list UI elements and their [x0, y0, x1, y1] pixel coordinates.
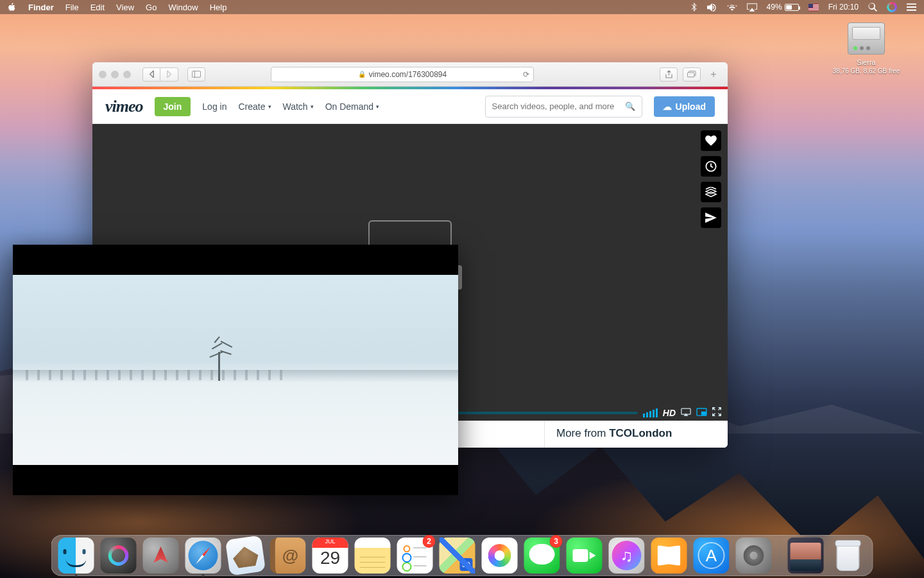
dock-maps[interactable]: 3D [440, 538, 475, 574]
menu-go[interactable]: Go [146, 3, 157, 12]
search-icon[interactable]: 🔍 [625, 101, 635, 111]
create-menu[interactable]: Create▾ [238, 101, 271, 112]
dock-downloads[interactable] [788, 538, 824, 574]
battery-icon [785, 4, 799, 11]
reminders-badge: 2 [423, 535, 436, 548]
dock-photos[interactable] [482, 538, 518, 574]
close-button[interactable] [99, 71, 107, 78]
dock-reminders[interactable]: 2 [397, 538, 433, 574]
menu-view[interactable]: View [116, 3, 134, 12]
reload-icon[interactable]: ⟳ [523, 70, 529, 79]
notification-center-icon[interactable] [907, 3, 916, 11]
menubar-app-name[interactable]: Finder [28, 3, 54, 12]
calendar-day: 29 [312, 548, 348, 568]
window-controls [99, 71, 131, 78]
ondemand-menu[interactable]: On Demand▾ [325, 101, 379, 112]
volume-icon[interactable] [707, 3, 717, 12]
desktop-disk[interactable]: Sierra 38,76 GB, 8,62 GB free [828, 22, 905, 74]
dock-appstore[interactable] [694, 538, 730, 574]
pip-video-content [13, 275, 458, 465]
disk-icon [848, 22, 885, 55]
airplay-control-icon[interactable] [681, 407, 691, 419]
dock-contacts[interactable] [270, 538, 306, 574]
pip-tree [200, 336, 238, 381]
watch-later-button[interactable] [701, 156, 721, 177]
dock-messages[interactable]: 3 [524, 538, 560, 574]
sidebar-button[interactable] [187, 67, 205, 82]
svg-rect-7 [702, 412, 706, 416]
menubar-clock[interactable]: Fri 20:10 [828, 3, 859, 12]
video-side-actions [701, 130, 721, 228]
chevron-down-icon: ▾ [376, 103, 379, 110]
menu-help[interactable]: Help [210, 3, 227, 12]
wifi-icon[interactable] [727, 3, 737, 11]
new-tab-button[interactable]: + [706, 67, 721, 82]
tabs-button[interactable] [683, 67, 701, 82]
dock-launchpad[interactable] [143, 538, 179, 574]
more-from-panel: More from TCOLondon [545, 421, 728, 448]
hd-badge[interactable]: HD [663, 408, 676, 418]
siri-menubar-icon[interactable] [887, 2, 897, 12]
safari-toolbar: 🔒 vimeo.com/176300894 ⟳ + [92, 62, 728, 87]
pip-control-icon[interactable] [696, 407, 707, 419]
apple-menu-icon[interactable] [8, 3, 17, 12]
dock-safari[interactable] [185, 538, 221, 574]
disk-info: 38,76 GB, 8,62 GB free [828, 67, 905, 74]
dock-facetime[interactable] [567, 538, 603, 574]
dock-siri[interactable] [101, 538, 137, 574]
airplay-icon[interactable] [747, 3, 757, 12]
dock-itunes[interactable] [609, 538, 645, 574]
menu-edit[interactable]: Edit [90, 3, 105, 12]
nav-buttons [142, 67, 178, 82]
messages-badge: 3 [550, 535, 563, 548]
watch-menu[interactable]: Watch▾ [283, 101, 314, 112]
menu-window[interactable]: Window [168, 3, 198, 12]
dock-ibooks[interactable] [651, 538, 687, 574]
calendar-month: JUL [312, 538, 348, 545]
upload-button[interactable]: ☁ Upload [654, 96, 715, 117]
battery-status[interactable]: 49% [767, 3, 799, 12]
url-text: vimeo.com/176300894 [369, 70, 447, 79]
back-button[interactable] [142, 67, 160, 82]
dock-mail[interactable] [225, 535, 266, 575]
spotlight-icon[interactable] [868, 3, 877, 12]
svg-rect-0 [192, 71, 200, 78]
collections-button[interactable] [701, 182, 721, 202]
vimeo-logo[interactable]: vimeo [105, 97, 143, 116]
more-from-author[interactable]: TCOLondon [609, 427, 672, 439]
maps-3d-badge: 3D [460, 558, 473, 571]
like-button[interactable] [701, 130, 721, 151]
share-button[interactable] [660, 67, 678, 82]
url-bar[interactable]: 🔒 vimeo.com/176300894 ⟳ [271, 67, 534, 82]
vimeo-header: vimeo Join Log in Create▾ Watch▾ On Dema… [92, 89, 728, 124]
menu-file[interactable]: File [65, 3, 79, 12]
login-link[interactable]: Log in [202, 101, 227, 112]
bluetooth-icon[interactable] [691, 3, 697, 12]
dock-notes[interactable] [355, 538, 391, 574]
cloud-upload-icon: ☁ [663, 101, 672, 112]
pip-window[interactable] [13, 245, 458, 495]
lock-icon: 🔒 [358, 71, 366, 78]
dock-system-preferences[interactable] [736, 538, 772, 574]
battery-percent: 49% [767, 3, 782, 12]
chevron-down-icon: ▾ [311, 103, 314, 110]
dock-separator [780, 540, 780, 571]
minimize-button[interactable] [111, 71, 119, 78]
dock-trash[interactable] [830, 538, 866, 574]
volume-control[interactable] [643, 408, 658, 417]
vimeo-search[interactable]: 🔍 [485, 96, 642, 118]
menubar: Finder File Edit View Go Window Help 49%… [0, 0, 924, 14]
forward-button[interactable] [160, 67, 178, 82]
input-source-icon[interactable] [809, 4, 819, 11]
svg-rect-3 [687, 73, 694, 77]
dock: JUL 29 2 3D 3 [51, 535, 873, 576]
dock-finder[interactable] [58, 538, 94, 574]
fullscreen-icon[interactable] [712, 407, 721, 419]
share-button[interactable] [701, 207, 721, 228]
zoom-button[interactable] [123, 71, 131, 78]
disk-name: Sierra [828, 58, 905, 66]
dock-calendar[interactable]: JUL 29 [312, 538, 348, 574]
search-input[interactable] [492, 101, 625, 111]
join-button[interactable]: Join [155, 97, 191, 116]
chevron-down-icon: ▾ [268, 103, 271, 110]
